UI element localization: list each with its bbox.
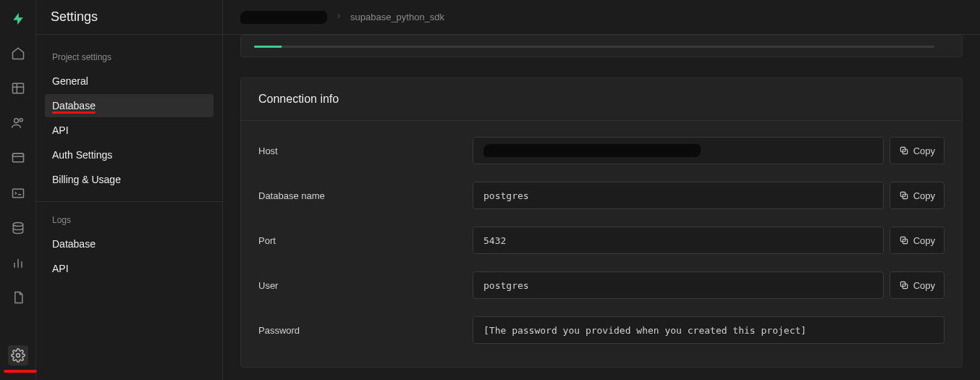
breadcrumb: supabase_python_sdk	[223, 0, 980, 35]
sidebar-title: Settings	[36, 0, 222, 35]
docs-icon[interactable]	[10, 290, 26, 305]
copy-icon	[899, 190, 909, 200]
label-dbname: Database name	[258, 190, 473, 201]
svg-rect-6	[12, 154, 23, 157]
label-password: Password	[258, 325, 473, 336]
sidebar-item-auth-settings[interactable]: Auth Settings	[45, 143, 214, 166]
copy-icon	[899, 235, 909, 245]
svg-point-3	[14, 119, 18, 123]
field-user: User postgres Copy	[258, 263, 945, 308]
section-label-project: Project settings	[45, 49, 214, 69]
field-dbname: Database name postgres Copy	[258, 173, 945, 218]
sidebar-item-logs-api[interactable]: API	[45, 257, 214, 280]
sidebar-item-logs-database[interactable]: Database	[45, 232, 214, 256]
reports-icon[interactable]	[10, 256, 26, 270]
copy-icon	[899, 145, 909, 156]
value-user[interactable]: postgres	[473, 271, 884, 299]
copy-user-button[interactable]: Copy	[890, 271, 945, 299]
label-user: User	[258, 280, 473, 291]
label-port: Port	[258, 235, 473, 246]
breadcrumb-project[interactable]: supabase_python_sdk	[350, 12, 444, 22]
svg-rect-7	[12, 189, 23, 198]
logo-icon[interactable]	[10, 12, 26, 26]
section-label-logs: Logs	[45, 212, 214, 232]
usage-progress-bar	[254, 46, 934, 48]
value-dbname[interactable]: postgres	[473, 182, 884, 209]
svg-point-12	[16, 353, 20, 357]
sidebar-item-billing[interactable]: Billing & Usage	[45, 168, 214, 191]
sidebar: Settings Project settings General Databa…	[36, 0, 223, 380]
svg-rect-5	[12, 154, 23, 163]
home-icon[interactable]	[10, 46, 26, 61]
field-password: Password [The password you provided when…	[258, 308, 945, 352]
svg-point-8	[13, 222, 22, 226]
icon-rail	[0, 0, 36, 380]
svg-point-4	[20, 119, 22, 122]
value-port[interactable]: 5432	[473, 227, 884, 254]
sql-editor-icon[interactable]	[10, 186, 26, 200]
copy-host-button[interactable]: Copy	[890, 137, 945, 164]
usage-card	[240, 35, 963, 57]
breadcrumb-org-redacted	[240, 11, 327, 24]
main: supabase_python_sdk Connection info Host	[223, 0, 980, 380]
sidebar-item-database[interactable]: Database	[45, 94, 214, 117]
auth-icon[interactable]	[10, 116, 26, 130]
settings-icon[interactable]	[8, 345, 28, 366]
sidebar-item-api[interactable]: API	[45, 119, 214, 142]
value-password[interactable]: [The password you provided when you crea…	[473, 316, 945, 344]
connection-info-title: Connection info	[241, 78, 962, 121]
field-host: Host Copy	[258, 128, 945, 173]
field-port: Port 5432 Copy	[258, 218, 945, 263]
connection-info-card: Connection info Host Copy Database name …	[240, 77, 963, 368]
host-redacted	[483, 144, 701, 157]
table-editor-icon[interactable]	[10, 81, 26, 96]
copy-port-button[interactable]: Copy	[890, 227, 945, 254]
database-icon[interactable]	[10, 221, 26, 235]
storage-icon[interactable]	[10, 151, 26, 165]
chevron-right-icon	[334, 12, 343, 22]
copy-icon	[899, 280, 909, 290]
sidebar-item-general[interactable]: General	[45, 69, 214, 93]
value-host[interactable]	[473, 137, 884, 164]
svg-rect-0	[12, 84, 23, 93]
label-host: Host	[258, 145, 473, 156]
copy-dbname-button[interactable]: Copy	[890, 182, 945, 209]
